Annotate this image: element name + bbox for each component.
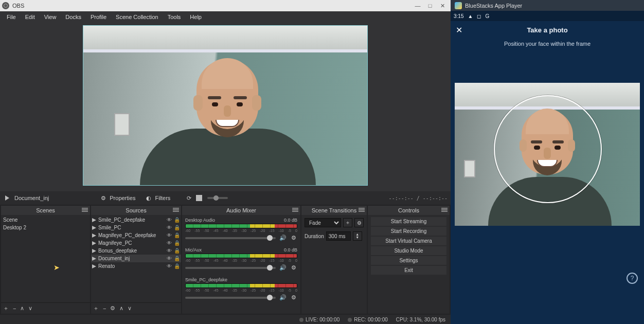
lock-icon[interactable]: 🔒 <box>174 256 180 261</box>
channel-name: Mic/Aux <box>185 247 202 253</box>
transition-select[interactable]: Fade <box>305 218 341 227</box>
source-name: Renato <box>98 263 166 269</box>
add-source-button[interactable]: ＋ <box>93 304 99 312</box>
lock-icon[interactable]: 🔒 <box>174 263 180 269</box>
control-button[interactable]: Start Streaming <box>371 217 446 226</box>
source-item[interactable]: Renato👁🔒 <box>91 262 181 270</box>
volume-slider[interactable] <box>185 237 276 239</box>
obs-menubar: File Edit View Docks Profile Scene Colle… <box>0 11 451 22</box>
lock-icon[interactable]: 🔒 <box>174 240 180 246</box>
transition-settings-button[interactable]: ⚙ <box>354 218 364 227</box>
window-minimize-button[interactable]: — <box>412 3 424 9</box>
source-item[interactable]: Document_inj👁🔒 <box>91 255 181 262</box>
menu-file[interactable]: File <box>2 14 21 20</box>
dock-menu-icon[interactable] <box>441 207 448 212</box>
camera-wrap <box>451 52 644 226</box>
speaker-icon[interactable]: 🔊 <box>279 264 287 272</box>
preview-canvas[interactable] <box>83 25 368 186</box>
selected-source-name: Document_inj <box>14 195 49 201</box>
source-up-button[interactable]: ∧ <box>119 305 123 312</box>
scene-item[interactable]: Scene <box>1 216 90 224</box>
filters-button[interactable]: ◐Filters <box>141 193 173 203</box>
gear-icon[interactable]: ⚙ <box>290 234 297 242</box>
menu-help[interactable]: Help <box>185 14 206 20</box>
visibility-icon[interactable]: 👁 <box>167 240 173 246</box>
menu-edit[interactable]: Edit <box>21 14 40 20</box>
source-item[interactable]: Smile_PC👁🔒 <box>91 224 181 231</box>
source-item[interactable]: Bonus_deepfake👁🔒 <box>91 247 181 255</box>
lock-icon[interactable]: 🔒 <box>174 232 180 238</box>
menu-profile[interactable]: Profile <box>86 14 111 20</box>
source-item[interactable]: Smile_PC_deepfake👁🔒 <box>91 216 181 224</box>
dock-menu-icon[interactable] <box>292 207 298 212</box>
lock-icon[interactable]: 🔒 <box>174 225 180 230</box>
gear-icon[interactable]: ⚙ <box>290 264 297 272</box>
channel-level: 0.0 dB <box>284 247 297 253</box>
lock-icon[interactable]: 🔒 <box>174 248 180 254</box>
play-icon[interactable] <box>3 194 11 202</box>
volume-slider[interactable] <box>185 297 276 299</box>
control-button[interactable]: Settings <box>371 256 446 265</box>
control-button[interactable]: Exit <box>371 266 446 275</box>
menu-tools[interactable]: Tools <box>163 14 186 20</box>
speaker-icon[interactable]: 🔊 <box>279 234 287 242</box>
visibility-icon[interactable]: 👁 <box>167 217 173 223</box>
bluestacks-titlebar[interactable]: BlueStacks App Player <box>451 0 644 11</box>
play-icon <box>92 218 96 222</box>
visibility-icon[interactable]: 👁 <box>167 256 173 261</box>
visibility-icon[interactable]: 👁 <box>167 248 173 254</box>
transition-add-button[interactable]: ＋ <box>343 218 352 227</box>
mixer-title: Audio Mixer <box>226 207 256 213</box>
gear-icon[interactable]: ⚙ <box>290 294 297 301</box>
duration-input[interactable] <box>326 231 351 241</box>
preview-slider[interactable] <box>207 197 228 199</box>
visibility-icon[interactable]: 👁 <box>167 225 173 230</box>
visibility-icon[interactable]: 👁 <box>167 232 173 238</box>
camera-preview[interactable] <box>455 83 640 226</box>
control-button[interactable]: Start Virtual Camera <box>371 237 446 245</box>
status-live: LIVE: 00:00:00 <box>299 317 339 322</box>
svg-marker-3 <box>92 233 96 238</box>
window-maximize-button[interactable]: □ <box>424 3 436 9</box>
source-item[interactable]: Magnifeye_PC_deepfake👁🔒 <box>91 231 181 239</box>
window-close-button[interactable]: ✕ <box>436 3 449 9</box>
obs-window: OBS — □ ✕ File Edit View Docks Profile S… <box>0 0 451 324</box>
obs-titlebar[interactable]: OBS — □ ✕ <box>0 0 451 11</box>
source-item[interactable]: Magnifeye_PC👁🔒 <box>91 239 181 247</box>
scene-down-button[interactable]: ∨ <box>28 305 32 312</box>
volume-slider[interactable] <box>185 267 276 269</box>
visibility-icon[interactable]: 👁 <box>167 263 173 269</box>
add-scene-button[interactable]: ＋ <box>3 304 9 312</box>
control-button[interactable]: Start Recording <box>371 227 446 236</box>
gear-icon: ⚙ <box>99 194 108 202</box>
remove-source-button[interactable]: − <box>103 305 106 312</box>
source-down-button[interactable]: ∨ <box>128 305 132 312</box>
scene-up-button[interactable]: ∧ <box>20 305 24 312</box>
docks-row: Scenes Scene Desktop 2 ＋ − ∧ ∨ Sources S… <box>0 205 451 315</box>
menu-docks[interactable]: Docks <box>61 14 86 20</box>
screen-subtitle: Position your face within the frame <box>451 39 644 52</box>
menu-view[interactable]: View <box>40 14 61 20</box>
properties-button[interactable]: ⚙Properties <box>96 193 138 203</box>
dock-menu-icon[interactable] <box>82 207 88 212</box>
menu-scene-collection[interactable]: Scene Collection <box>111 14 163 20</box>
play-icon <box>92 226 96 230</box>
remove-scene-button[interactable]: − <box>13 305 16 312</box>
control-button[interactable]: Studio Mode <box>371 246 446 255</box>
svg-marker-4 <box>92 241 96 245</box>
stop-icon[interactable] <box>196 195 202 201</box>
lock-icon[interactable]: 🔒 <box>174 217 180 223</box>
level-meter <box>185 224 297 228</box>
source-settings-button[interactable]: ⚙ <box>110 305 115 312</box>
dock-menu-icon[interactable] <box>173 207 179 212</box>
help-button[interactable]: ? <box>627 273 638 284</box>
close-icon[interactable]: ✕ <box>456 25 462 35</box>
refresh-icon[interactable]: ⟳ <box>185 194 193 202</box>
svg-marker-6 <box>92 257 96 261</box>
speaker-icon[interactable]: 🔊 <box>279 294 287 301</box>
scenes-dock: Scenes Scene Desktop 2 ＋ − ∧ ∨ <box>1 206 90 314</box>
dock-menu-icon[interactable] <box>359 207 365 212</box>
duration-stepper[interactable]: ▲▼ <box>353 231 362 241</box>
scene-item[interactable]: Desktop 2 <box>1 224 90 231</box>
screen-header: ✕ Take a photo <box>451 21 644 39</box>
